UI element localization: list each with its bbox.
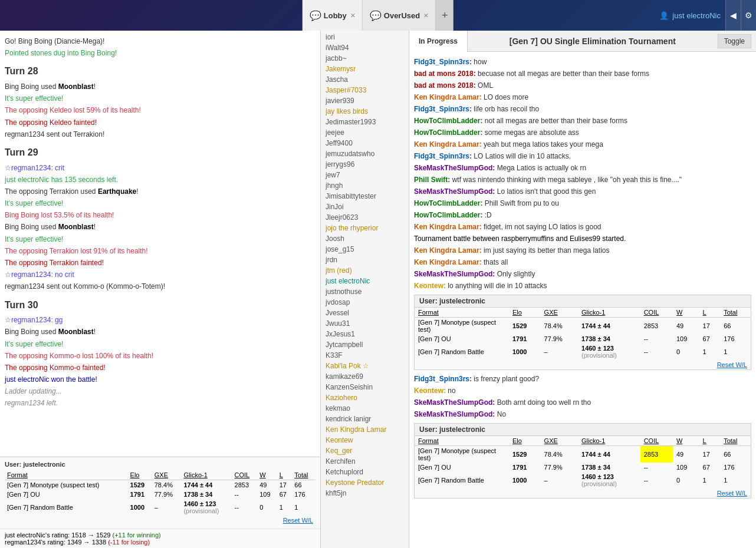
- cell-format: [Gen 7] Monotype (suspect test): [415, 318, 509, 335]
- list-item[interactable]: Jytcampbell: [321, 339, 409, 350]
- list-item[interactable]: JxJesus1: [321, 329, 409, 339]
- chat-username[interactable]: Fidg3t_Spinn3rs:: [414, 375, 472, 383]
- list-item[interactable]: Ken Kingdra Lamar: [321, 424, 409, 435]
- list-item[interactable]: khft5jn: [321, 488, 409, 499]
- list-item[interactable]: Jleejr0623: [321, 212, 409, 223]
- chat-username[interactable]: Keontew:: [414, 387, 446, 395]
- chat-username[interactable]: Ken Kingdra Lamar:: [414, 93, 482, 101]
- chat-username[interactable]: Phill Swift:: [414, 176, 450, 184]
- in-progress-tab[interactable]: In Progress: [409, 31, 468, 52]
- battle-log[interactable]: Go! Bing Boing (Diancie-Mega)! Pointed s…: [0, 31, 320, 457]
- nav-back-button[interactable]: ◀: [725, 0, 741, 31]
- cell-coil: --: [640, 334, 673, 344]
- chat-msg: yeah but mega latios takes your mega: [484, 140, 603, 148]
- cell-coil: --: [232, 499, 258, 516]
- list-item[interactable]: jojo the rhyperior: [321, 223, 409, 233]
- list-item[interactable]: jose_g15: [321, 244, 409, 255]
- new-tab-button[interactable]: +: [436, 0, 453, 31]
- topbar: 💬 Lobby ✕ 💬 OverUsed ✕ + 👤 just electroN…: [0, 0, 756, 31]
- list-item[interactable]: Kabi'la Pok ☆: [321, 361, 409, 371]
- list-item[interactable]: Joosh: [321, 233, 409, 244]
- list-item[interactable]: jeejee: [321, 127, 409, 138]
- rating-gain: (+11 for winning): [112, 532, 160, 539]
- col-coil: COIL: [640, 308, 673, 318]
- list-item[interactable]: Kaziohero: [321, 392, 409, 403]
- chat-username[interactable]: HowToClimbLadder:: [414, 117, 482, 125]
- list-item[interactable]: jemuzudatswho: [321, 148, 409, 159]
- list-item[interactable]: jacbb~: [321, 53, 409, 64]
- chat-username[interactable]: SkeMaskTheSlumpGod:: [414, 164, 495, 172]
- list-item[interactable]: Jakemysr: [321, 64, 409, 74]
- list-item[interactable]: iori: [321, 32, 409, 42]
- tab-overused-close[interactable]: ✕: [423, 12, 428, 19]
- list-item[interactable]: jvdosap: [321, 297, 409, 308]
- list-item[interactable]: Jvessel: [321, 308, 409, 318]
- chat-msg: wtf was nintendo thinking with mega sabl…: [452, 176, 682, 184]
- list-item[interactable]: kekmao: [321, 403, 409, 414]
- right-content[interactable]: Fidg3t_Spinn3rs: how bad at mons 2018: b…: [409, 52, 756, 548]
- chat-username[interactable]: HowToClimbLadder:: [414, 128, 482, 137]
- chat-username[interactable]: SkeMaskTheSlumpGod:: [414, 398, 495, 407]
- list-item[interactable]: jerrygs96: [321, 159, 409, 170]
- list-item[interactable]: kendrick lanigr: [321, 414, 409, 424]
- tab-lobby[interactable]: 💬 Lobby ✕: [303, 0, 363, 31]
- list-item[interactable]: K33F: [321, 350, 409, 361]
- list-item[interactable]: KanzenSeishin: [321, 382, 409, 392]
- list-item[interactable]: justnothuse: [321, 286, 409, 297]
- chat-username[interactable]: SkeMaskTheSlumpGod:: [414, 187, 495, 196]
- chat-username[interactable]: Ken Kingdra Lamar:: [414, 140, 482, 148]
- list-item[interactable]: jtm (red): [321, 265, 409, 276]
- reset-wl-button[interactable]: Reset W/L: [5, 516, 315, 525]
- list-item[interactable]: jew7: [321, 170, 409, 180]
- userlist-scroll[interactable]: iori iWalt94 jacbb~ Jakemysr Jascha Jasp…: [321, 31, 409, 548]
- chat-username[interactable]: Ken Kingdra Lamar:: [414, 258, 482, 266]
- cell-l: 67: [277, 490, 292, 499]
- list-item[interactable]: jhngh: [321, 180, 409, 191]
- list-item[interactable]: just electroNic: [321, 276, 409, 286]
- col-w: W: [673, 308, 699, 318]
- chat-line: Phill Swift: wtf was nintendo thinking w…: [414, 174, 751, 185]
- chat-username[interactable]: Fidg3t_Spinn3rs:: [414, 105, 472, 113]
- reset-wl-button-right2[interactable]: Reset W/L: [415, 488, 751, 498]
- list-item[interactable]: jay likes birds: [321, 106, 409, 117]
- list-item[interactable]: Keq_ger: [321, 445, 409, 456]
- chat-username[interactable]: SkeMaskTheSlumpGod:: [414, 410, 495, 418]
- chat-username[interactable]: HowToClimbLadder:: [414, 199, 482, 207]
- chat-msg: Mega Latios is actually ok rn: [497, 164, 586, 172]
- chat-username[interactable]: HowToClimbLadder:: [414, 211, 482, 219]
- chat-username[interactable]: Fidg3t_Spinn3rs:: [414, 152, 472, 160]
- list-item[interactable]: Jwuu31: [321, 318, 409, 329]
- list-item[interactable]: Jascha: [321, 74, 409, 85]
- cell-coil: 2853: [640, 318, 673, 335]
- list-item[interactable]: Keystone Predator: [321, 477, 409, 488]
- list-item[interactable]: Keontew: [321, 435, 409, 445]
- list-item[interactable]: Jasper#7033: [321, 85, 409, 95]
- toggle-button[interactable]: Toggle: [718, 34, 751, 48]
- chat-msg: Only slightly: [497, 270, 535, 278]
- chat-username[interactable]: Keontew:: [414, 282, 446, 290]
- list-item[interactable]: kamikaze69: [321, 371, 409, 382]
- chat-line: bad at mons 2018: becuase not all megas …: [414, 68, 751, 79]
- list-item[interactable]: Ketchuplord: [321, 467, 409, 477]
- tab-overused[interactable]: 💬 OverUsed ✕: [363, 0, 436, 31]
- reset-wl-button-right[interactable]: Reset W/L: [415, 360, 751, 369]
- chat-username[interactable]: bad at mons 2018:: [414, 81, 476, 90]
- right-header: In Progress [Gen 7] OU Single Eliminatio…: [409, 31, 756, 52]
- chat-username[interactable]: bad at mons 2018:: [414, 70, 476, 78]
- chat-username[interactable]: SkeMaskTheSlumpGod:: [414, 270, 495, 278]
- list-item[interactable]: Jeff9400: [321, 138, 409, 148]
- right-panel: In Progress [Gen 7] OU Single Eliminatio…: [409, 31, 756, 548]
- list-item[interactable]: JinJoi: [321, 202, 409, 212]
- tab-lobby-close[interactable]: ✕: [350, 12, 355, 19]
- list-item[interactable]: jrdn: [321, 255, 409, 265]
- nav-gear-button[interactable]: ⚙: [741, 0, 756, 31]
- list-item[interactable]: Kerchifen: [321, 456, 409, 467]
- list-item[interactable]: iWalt94: [321, 42, 409, 53]
- list-item[interactable]: javier939: [321, 95, 409, 106]
- chat-username[interactable]: Fidg3t_Spinn3rs:: [414, 58, 472, 66]
- list-item[interactable]: Jimisabittytester: [321, 191, 409, 202]
- cell-total: 1: [292, 499, 315, 516]
- list-item[interactable]: Jedimaster1993: [321, 117, 409, 127]
- chat-username[interactable]: Ken Kingdra Lamar:: [414, 223, 482, 231]
- chat-username[interactable]: Ken Kingdra Lamar:: [414, 246, 482, 255]
